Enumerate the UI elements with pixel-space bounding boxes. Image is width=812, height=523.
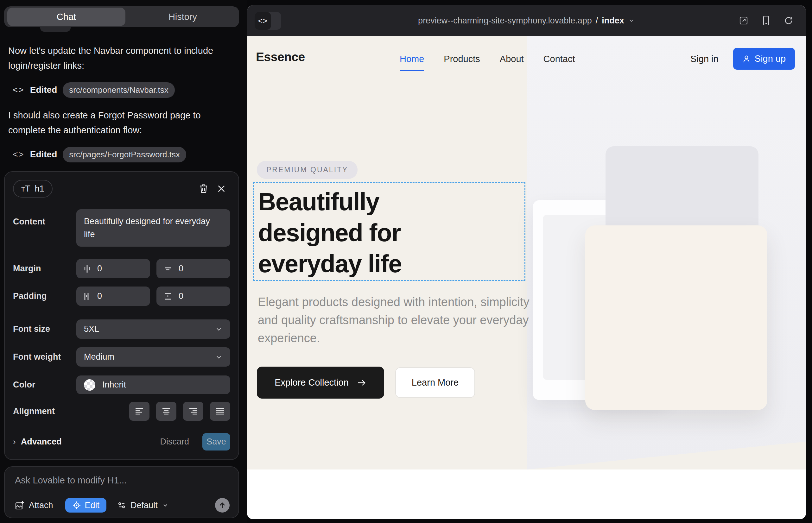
align-left-button[interactable]: [129, 402, 149, 421]
tab-history[interactable]: History: [125, 6, 240, 27]
discard-button[interactable]: Discard: [160, 437, 189, 447]
element-tag-pill[interactable]: TT h1: [13, 180, 53, 198]
section-below-hero: [247, 469, 806, 519]
site-logo[interactable]: Essence: [256, 50, 305, 64]
url-path: index: [602, 16, 624, 26]
mobile-view-icon[interactable]: [762, 16, 770, 26]
edit-mode-button[interactable]: Edit: [65, 498, 107, 512]
font-size-select[interactable]: 5XL: [76, 320, 230, 339]
element-tag: h1: [35, 184, 44, 194]
font-weight-label: Font weight: [13, 352, 76, 362]
sign-in-link[interactable]: Sign in: [690, 54, 719, 64]
send-button[interactable]: [215, 498, 230, 512]
attach-image-icon: [15, 501, 24, 510]
nav-link-about[interactable]: About: [500, 54, 524, 64]
color-select[interactable]: Inherit: [76, 376, 230, 394]
user-icon: [742, 55, 751, 63]
site-preview: Essence Home Products About Contact Sign…: [247, 36, 806, 519]
code-icon: <>: [13, 149, 24, 160]
align-right-icon: [188, 407, 198, 416]
font-size-label: Font size: [13, 324, 76, 334]
padding-vertical-icon: [163, 292, 172, 301]
align-justify-button[interactable]: [210, 402, 230, 421]
close-icon: [217, 184, 226, 193]
site-nav: Home Products About Contact: [400, 54, 575, 64]
margin-x-input[interactable]: 0: [76, 259, 150, 278]
model-default-button[interactable]: Default: [117, 501, 169, 510]
target-icon: [72, 501, 81, 510]
explore-collection-button[interactable]: Explore Collection: [257, 366, 384, 399]
alignment-label: Alignment: [13, 407, 76, 416]
sliders-icon: [117, 501, 126, 510]
file-pill[interactable]: src/components/Navbar.tsx: [63, 82, 175, 98]
hero-headline: Beautifully designed for everyday life: [254, 183, 525, 279]
decor-card-peach: [585, 226, 767, 410]
element-editor-panel: TT h1 Content Beautifully designed for e…: [4, 171, 239, 460]
learn-more-button[interactable]: Learn More: [395, 367, 475, 398]
edited-file-row[interactable]: <> Edited src/pages/ForgotPassword.tsx: [13, 147, 186, 162]
code-icon: <>: [13, 85, 24, 95]
color-label: Color: [13, 380, 76, 390]
clipped-message-pill: [40, 26, 71, 32]
margin-y-input[interactable]: 0: [156, 259, 230, 278]
content-input[interactable]: Beautifully designed for everyday life: [76, 209, 230, 247]
hero-paragraph: Elegant products designed with intention…: [258, 293, 552, 347]
padding-y-input[interactable]: 0: [156, 287, 230, 306]
tab-chat[interactable]: Chat: [7, 7, 125, 26]
chat-composer: Attach Edit Default: [4, 466, 239, 518]
arrow-up-icon: [218, 502, 226, 509]
chat-message: I should also create a Forgot Password p…: [8, 108, 220, 138]
typography-icon: TT: [21, 184, 30, 194]
url-bar[interactable]: preview--charming-site-symphony.lovable.…: [247, 5, 806, 36]
align-right-button[interactable]: [183, 402, 203, 421]
chevron-down-icon: [215, 353, 223, 361]
padding-horizontal-icon: [83, 292, 91, 301]
trash-icon: [199, 184, 208, 194]
edited-file-row[interactable]: <> Edited src/components/Navbar.tsx: [13, 82, 175, 97]
advanced-toggle[interactable]: › Advanced: [13, 437, 62, 447]
chevron-down-icon: [215, 325, 223, 333]
lovable-sidebar: Chat History Now let's update the Navbar…: [0, 0, 247, 523]
margin-horizontal-icon: [83, 264, 91, 273]
chat-message: Now let's update the Navbar component to…: [8, 43, 220, 73]
hero-section: Essence Home Products About Contact Sign…: [247, 36, 806, 469]
align-justify-icon: [215, 407, 225, 416]
delete-element-button[interactable]: [195, 180, 212, 198]
margin-label: Margin: [13, 264, 76, 273]
align-left-icon: [134, 407, 144, 416]
h1-selection-outline[interactable]: Beautifully designed for everyday life: [253, 182, 525, 281]
chevron-right-icon: ›: [13, 437, 16, 447]
padding-label: Padding: [13, 291, 76, 301]
file-pill[interactable]: src/pages/ForgotPassword.tsx: [63, 147, 186, 162]
nav-link-contact[interactable]: Contact: [544, 54, 575, 64]
attach-button[interactable]: Attach: [15, 501, 53, 510]
align-center-icon: [161, 407, 171, 416]
edited-label: Edited: [30, 85, 57, 95]
padding-x-input[interactable]: 0: [76, 287, 150, 306]
margin-vertical-icon: [163, 265, 172, 273]
color-swatch: [84, 379, 95, 391]
url-host: preview--charming-site-symphony.lovable.…: [418, 16, 592, 26]
align-center-button[interactable]: [156, 402, 176, 421]
edited-label: Edited: [30, 149, 57, 160]
sign-up-button[interactable]: Sign up: [733, 48, 795, 70]
arrow-right-icon: [357, 379, 366, 387]
save-button[interactable]: Save: [202, 433, 230, 451]
chevron-down-icon: [162, 502, 169, 508]
preview-toolbar: <> preview--charming-site-symphony.lovab…: [247, 5, 806, 36]
chevron-down-icon: [628, 17, 635, 24]
url-separator: /: [596, 16, 598, 26]
preview-window: <> preview--charming-site-symphony.lovab…: [247, 5, 806, 519]
chat-input[interactable]: [15, 475, 228, 486]
close-panel-button[interactable]: [212, 180, 230, 198]
content-label: Content: [13, 209, 76, 227]
nav-link-products[interactable]: Products: [444, 54, 480, 64]
open-external-icon[interactable]: [739, 16, 748, 25]
font-weight-select[interactable]: Medium: [76, 347, 230, 366]
refresh-icon[interactable]: [784, 16, 793, 25]
nav-link-home[interactable]: Home: [400, 54, 424, 64]
chat-history-tabbar: Chat History: [4, 6, 239, 27]
premium-quality-badge: PREMIUM QUALITY: [257, 161, 357, 179]
